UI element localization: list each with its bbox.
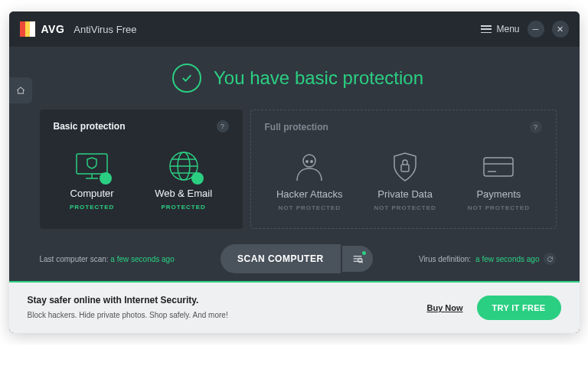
scan-options-button[interactable] [342, 246, 373, 272]
status-check-icon [172, 64, 201, 93]
try-free-button[interactable]: TRY IT FREE [477, 296, 561, 320]
refresh-icon [547, 256, 554, 263]
tile-status: NOT PROTECTED [468, 204, 530, 211]
hacker-icon [292, 150, 326, 184]
svg-rect-11 [401, 165, 409, 172]
svg-point-10 [311, 161, 312, 162]
app-logo: AVG AntiVirus Free [20, 21, 137, 37]
protection-status: You have basic protection [40, 56, 557, 109]
close-button[interactable]: ✕ [552, 21, 569, 38]
tile-payments[interactable]: Payments NOT PROTECTED [468, 150, 530, 211]
svg-rect-0 [77, 154, 107, 174]
virus-def-value: a few seconds ago [475, 255, 539, 263]
virus-def-label: Virus definition: [419, 255, 471, 263]
scan-computer-button[interactable]: SCAN COMPUTER [220, 244, 341, 273]
lock-shield-icon [388, 150, 422, 184]
protection-panels: Basic protection ? Computer PROT [40, 109, 557, 229]
menu-button[interactable]: Menu [481, 24, 519, 34]
promo-headline: Stay safer online with Internet Security… [28, 295, 228, 305]
tile-label: Web & Email [155, 188, 212, 199]
scan-options-icon [351, 253, 364, 265]
scan-bar: Last computer scan: a few seconds ago SC… [40, 229, 557, 281]
minimize-button[interactable]: ─ [528, 21, 544, 38]
last-scan-value: a few seconds ago [110, 255, 174, 263]
tile-label: Hacker Attacks [276, 188, 343, 200]
tile-label: Private Data [377, 188, 433, 200]
tile-computer[interactable]: Computer PROTECTED [70, 149, 114, 211]
side-home-tab[interactable] [9, 77, 32, 103]
panel-title: Basic protection [54, 121, 126, 132]
tile-status: PROTECTED [161, 204, 205, 211]
status-headline: You have basic protection [214, 67, 423, 89]
titlebar: AVG AntiVirus Free Menu ─ ✕ [9, 11, 580, 47]
protected-badge-icon [100, 172, 112, 185]
tile-hacker-attacks[interactable]: Hacker Attacks NOT PROTECTED [276, 150, 343, 211]
last-scan-info: Last computer scan: a few seconds ago [40, 255, 175, 263]
protected-badge-icon [191, 172, 204, 185]
brand-name: AVG [41, 23, 65, 35]
product-name: AntiVirus Free [74, 24, 136, 35]
full-protection-panel: Full protection ? Hacker Attacks NOT PRO… [250, 109, 557, 229]
tile-private-data[interactable]: Private Data NOT PROTECTED [374, 150, 436, 211]
basic-protection-panel: Basic protection ? Computer PROT [40, 109, 243, 229]
svg-line-19 [361, 262, 362, 263]
menu-label: Menu [496, 24, 519, 34]
buy-now-link[interactable]: Buy Now [427, 303, 463, 312]
last-scan-label: Last computer scan: [40, 255, 109, 263]
app-window: AVG AntiVirus Free Menu ─ ✕ You have bas… [9, 11, 580, 333]
promo-subtext: Block hackers. Hide private photos. Shop… [28, 311, 228, 319]
refresh-button[interactable] [544, 253, 556, 265]
tile-status: PROTECTED [70, 204, 114, 211]
tile-label: Computer [70, 188, 114, 199]
logo-icon [20, 21, 35, 37]
virus-def-info: Virus definition: a few seconds ago [419, 253, 557, 265]
tile-status: NOT PROTECTED [279, 204, 341, 211]
tile-web-email[interactable]: Web & Email PROTECTED [155, 149, 212, 211]
svg-rect-12 [484, 158, 513, 176]
svg-point-8 [303, 155, 315, 167]
help-button[interactable]: ? [530, 121, 542, 133]
tile-label: Payments [476, 188, 521, 200]
promo-banner: Stay safer online with Internet Security… [9, 283, 580, 333]
hamburger-icon [481, 25, 492, 33]
tile-status: NOT PROTECTED [374, 204, 436, 211]
panel-title: Full protection [265, 122, 328, 132]
credit-card-icon [479, 152, 518, 182]
svg-point-9 [306, 161, 308, 162]
help-button[interactable]: ? [217, 120, 229, 132]
home-icon [15, 85, 26, 96]
